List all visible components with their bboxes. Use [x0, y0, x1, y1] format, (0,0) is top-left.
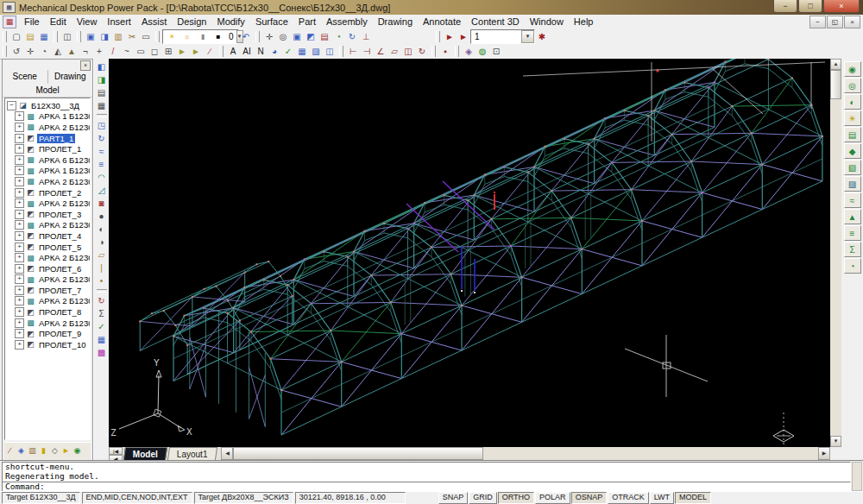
expand-icon[interactable]: +	[15, 318, 24, 328]
toggle-ortho[interactable]: ORTHO	[498, 492, 534, 504]
power-snap-b-icon[interactable]: ►	[457, 30, 470, 43]
tree-item-label[interactable]: ПРОЛЕТ_3	[37, 210, 83, 219]
save-icon[interactable]: ▦	[37, 30, 51, 43]
tree-item[interactable]: +▩АРКА 1 Б1230_1	[15, 111, 90, 123]
tree-item[interactable]: +◩ПРОЛЕТ_2	[15, 187, 90, 198]
tree-item[interactable]: +◩ПРОЛЕТ_3	[15, 209, 90, 220]
expand-icon[interactable]: +	[15, 123, 24, 132]
tree-item-label[interactable]: АРКА 2 Б1230_8	[37, 296, 91, 306]
tab-model[interactable]: Model	[3, 84, 92, 98]
browser-toggle-icon[interactable]: ▦	[95, 99, 109, 112]
zoom-previous-icon[interactable]: ◩	[304, 30, 318, 43]
hole-icon[interactable]: ●	[95, 210, 109, 223]
tree-item[interactable]: +◩ПРОЛЕТ_10	[15, 339, 90, 350]
expand-icon[interactable]: +	[15, 166, 24, 175]
ole-object-icon[interactable]: ◫	[323, 45, 337, 58]
polyline-icon[interactable]: ◻	[148, 45, 161, 58]
menu-window[interactable]: Window	[525, 16, 569, 27]
sketch-mode-icon[interactable]: ∕	[4, 445, 16, 457]
power-edit-icon[interactable]: ↺	[9, 45, 23, 58]
regen-icon[interactable]: ↻	[345, 30, 359, 43]
sweep-icon[interactable]: ≈	[95, 145, 109, 158]
tree-item-label[interactable]: ПРОЛЕТ_8	[37, 307, 83, 317]
tree-item[interactable]: +◩PART1_1	[15, 133, 90, 144]
etransmit-icon[interactable]: ◍	[476, 45, 489, 58]
shell-icon[interactable]: ◙	[95, 197, 109, 210]
tree-item-label[interactable]: АРКА 2 Б1230_4	[37, 220, 91, 230]
toolbar-grip[interactable]	[436, 31, 440, 42]
tree-item[interactable]: +◩ПРОЛЕТ_1	[15, 143, 90, 154]
update-part-icon[interactable]: ↻	[95, 294, 109, 307]
update-assembly-icon[interactable]: ◇	[49, 445, 60, 457]
camera-icon[interactable]: ◔	[844, 258, 861, 274]
menu-assist[interactable]: Assist	[136, 16, 172, 27]
title-bar[interactable]: ▦ Mechanical Desktop Power Pack - [D:\Ra…	[0, 0, 863, 15]
tree-item-label[interactable]: АРКА 1 Б1230_1	[37, 111, 91, 121]
menu-edit[interactable]: Edit	[45, 16, 72, 27]
toolbar-grip[interactable]	[3, 46, 7, 57]
expand-icon[interactable]: +	[15, 220, 24, 230]
tree-item[interactable]: +▩АРКА 2 Б1230_8	[15, 296, 90, 307]
render-quick-icon[interactable]: ◈	[462, 45, 476, 58]
menu-annotate[interactable]: Annotate	[418, 16, 466, 27]
display-options-icon[interactable]: ▩	[95, 346, 109, 359]
expand-icon[interactable]: +	[15, 296, 24, 306]
tab-layout1[interactable]: Layout1	[167, 447, 217, 460]
minimize-button[interactable]: −	[773, 0, 797, 13]
mirror-icon[interactable]: ◭	[51, 45, 65, 58]
expand-icon[interactable]: +	[15, 144, 24, 154]
revolve-icon[interactable]: ↻	[95, 132, 109, 145]
3d-orbit-icon[interactable]: ◔	[331, 30, 345, 43]
tree-item[interactable]: +▩АРКА 6 Б1230_1	[15, 154, 90, 166]
tree-item-label[interactable]: АРКА 2 Б1230_7	[37, 274, 91, 284]
work-plane-icon[interactable]: ▱	[95, 249, 109, 261]
am-options-icon[interactable]: ▪	[438, 45, 452, 58]
tree-item[interactable]: +▩АРКА 2 Б1230_2	[15, 176, 90, 187]
toggle-otrack[interactable]: OTRACK	[608, 492, 649, 504]
layer-lock-icon[interactable]: ▮	[196, 30, 210, 43]
scroll-up-icon[interactable]: ▲	[830, 59, 841, 70]
lengthen-icon[interactable]: ~	[120, 45, 134, 58]
tree-item-label[interactable]: PART1_1	[37, 134, 75, 143]
combine-icon[interactable]: ◐	[95, 223, 109, 236]
work-point-icon[interactable]: •	[95, 274, 109, 287]
expand-icon[interactable]: +	[15, 264, 24, 274]
pattern-icon[interactable]: ⊞	[161, 45, 175, 58]
toolbar-grip[interactable]	[255, 31, 260, 42]
part-mode-icon[interactable]: ◈	[16, 445, 27, 457]
offset-icon[interactable]: ¬	[79, 45, 92, 58]
dim-style-icon[interactable]: ◫	[401, 45, 415, 58]
menu-assembly[interactable]: Assembly	[321, 16, 373, 27]
dim-insert-icon[interactable]: ▱	[387, 45, 401, 58]
tree-item[interactable]: +▩АРКА 1 Б1230_2	[15, 166, 90, 177]
render-preferences-icon[interactable]: ≡	[844, 225, 861, 241]
check-icon[interactable]: ✓	[95, 320, 109, 333]
tree-item-label[interactable]: АРКА 2 Б1230_1	[37, 123, 91, 132]
ucs-icon[interactable]: ⊥	[359, 30, 373, 43]
toggle-snap[interactable]: SNAP	[438, 492, 469, 504]
toolbar-grip[interactable]	[219, 46, 224, 57]
menu-design[interactable]: Design	[172, 16, 211, 27]
tree-item-label[interactable]: Б12X30__3Д	[29, 101, 81, 110]
expand-icon[interactable]: +	[15, 188, 24, 198]
tree-item[interactable]: +◩ПРОЛЕТ_5	[15, 242, 90, 253]
tree-item[interactable]: +▩АРКА 2 Б1230_6	[15, 252, 90, 263]
zoom-window-icon[interactable]: ▣	[290, 30, 304, 43]
design-table-icon[interactable]: ▦	[95, 333, 109, 346]
tree-item[interactable]: +▩АРКА 2 Б1230_9	[15, 318, 90, 329]
lights-icon[interactable]: ☀	[844, 110, 861, 126]
arrow-tool-icon[interactable]: ►	[60, 445, 72, 457]
layer-color-icon[interactable]: ■	[211, 30, 225, 43]
tree-item[interactable]: +▩АРКА 2 Б1230_3	[15, 198, 90, 209]
tree-item[interactable]: −◪Б12X30__3Д	[7, 100, 90, 111]
toggle-grid[interactable]: GRID	[469, 492, 497, 504]
move-icon[interactable]: ✛	[23, 45, 37, 58]
expand-icon[interactable]: +	[15, 111, 24, 121]
render-icon[interactable]: ◉	[844, 61, 861, 77]
viewport-vscrollbar[interactable]: ▲ ▼	[830, 59, 841, 447]
tree-item[interactable]: +◩ПРОЛЕТ_7	[15, 285, 90, 296]
mtext-icon[interactable]: A	[226, 45, 240, 58]
menu-surface[interactable]: Surface	[250, 16, 293, 27]
fillet-3d-icon[interactable]: ◠	[95, 171, 109, 184]
fog-icon[interactable]: ≈	[844, 192, 861, 208]
